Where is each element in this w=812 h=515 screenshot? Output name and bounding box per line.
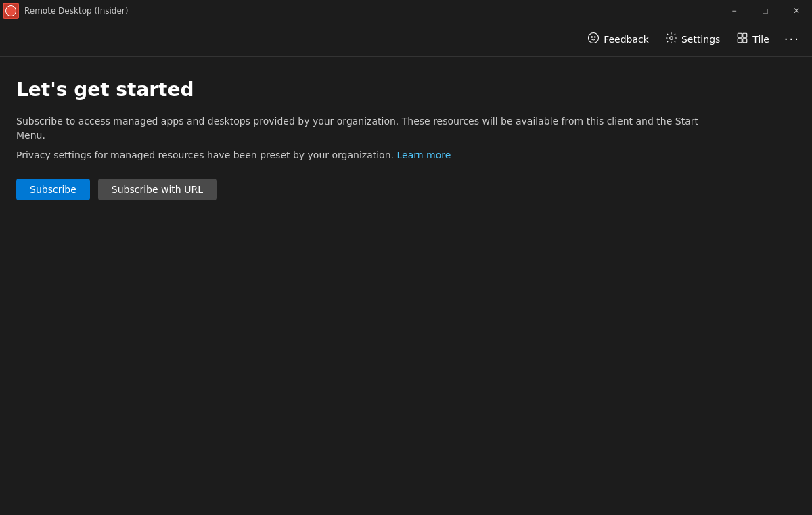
minimize-button[interactable]: − [719, 0, 750, 22]
maximize-button[interactable]: □ [750, 0, 781, 22]
learn-more-link[interactable]: Learn more [397, 150, 451, 160]
svg-point-2 [595, 36, 596, 37]
feedback-button[interactable]: Feedback [579, 28, 657, 51]
svg-rect-4 [738, 33, 742, 37]
svg-point-3 [670, 36, 673, 39]
svg-rect-5 [743, 33, 747, 37]
close-button[interactable]: ✕ [781, 0, 812, 22]
svg-point-0 [589, 32, 599, 43]
svg-rect-7 [743, 38, 747, 42]
tile-button[interactable]: Tile [728, 28, 777, 51]
settings-label: Settings [681, 34, 720, 45]
privacy-text-content: Privacy settings for managed resources h… [16, 150, 394, 160]
subscribe-button[interactable]: Subscribe [16, 179, 90, 200]
title-bar: Remote Desktop (Insider) − □ ✕ [0, 0, 812, 22]
more-button[interactable]: ··· [777, 28, 807, 50]
feedback-icon [587, 32, 600, 47]
tile-icon [736, 32, 748, 47]
settings-icon [665, 32, 677, 47]
svg-point-1 [591, 36, 593, 37]
window-controls: − □ ✕ [719, 0, 812, 22]
window-title: Remote Desktop (Insider) [24, 6, 128, 16]
toolbar: Feedback Settings Tile ··· [0, 22, 812, 57]
feedback-label: Feedback [604, 34, 649, 45]
tile-label: Tile [752, 34, 769, 45]
svg-rect-6 [738, 38, 742, 42]
settings-button[interactable]: Settings [657, 28, 728, 51]
title-bar-left: Remote Desktop (Insider) [0, 3, 128, 19]
main-description: Subscribe to access managed apps and des… [16, 114, 727, 143]
privacy-description: Privacy settings for managed resources h… [16, 148, 796, 162]
app-icon-inner [5, 5, 16, 16]
app-icon [3, 3, 19, 19]
action-buttons: Subscribe Subscribe with URL [16, 179, 796, 200]
main-content: Let's get started Subscribe to access ma… [0, 57, 812, 515]
page-heading: Let's get started [16, 79, 796, 101]
subscribe-url-button[interactable]: Subscribe with URL [98, 179, 217, 200]
